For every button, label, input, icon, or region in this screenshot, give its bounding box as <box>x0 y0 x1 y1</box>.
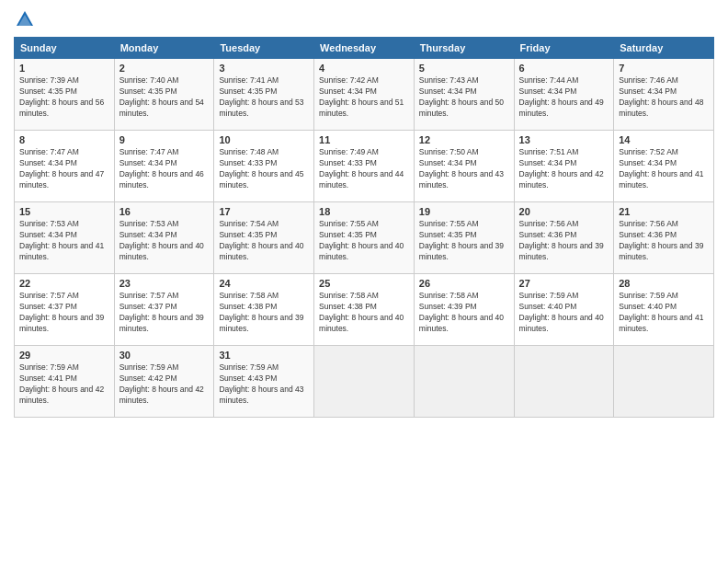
calendar-day-cell: 6 Sunrise: 7:44 AM Sunset: 4:34 PM Dayli… <box>514 59 614 131</box>
day-info: Sunrise: 7:58 AM Sunset: 4:39 PM Dayligh… <box>419 291 509 335</box>
day-number: 30 <box>119 350 210 361</box>
day-number: 18 <box>319 206 409 217</box>
day-number: 31 <box>219 350 309 361</box>
calendar-day-cell: 3 Sunrise: 7:41 AM Sunset: 4:35 PM Dayli… <box>214 59 314 131</box>
calendar-week-row: 8 Sunrise: 7:47 AM Sunset: 4:34 PM Dayli… <box>15 131 714 202</box>
calendar-week-row: 29 Sunrise: 7:59 AM Sunset: 4:41 PM Dayl… <box>15 346 714 418</box>
calendar-day-cell: 13 Sunrise: 7:51 AM Sunset: 4:34 PM Dayl… <box>514 131 614 202</box>
calendar-day-cell: 24 Sunrise: 7:58 AM Sunset: 4:38 PM Dayl… <box>214 274 314 346</box>
day-info: Sunrise: 7:39 AM Sunset: 4:35 PM Dayligh… <box>19 75 109 120</box>
day-info: Sunrise: 7:58 AM Sunset: 4:38 PM Dayligh… <box>319 291 409 335</box>
calendar-day-cell: 2 Sunrise: 7:40 AM Sunset: 4:35 PM Dayli… <box>114 59 214 131</box>
day-info: Sunrise: 7:56 AM Sunset: 4:36 PM Dayligh… <box>519 219 609 263</box>
logo-icon <box>15 9 35 29</box>
calendar-day-cell: 29 Sunrise: 7:59 AM Sunset: 4:41 PM Dayl… <box>15 346 115 418</box>
weekday-header-row: SundayMondayTuesdayWednesdayThursdayFrid… <box>15 38 714 59</box>
day-info: Sunrise: 7:54 AM Sunset: 4:35 PM Dayligh… <box>219 219 309 263</box>
day-info: Sunrise: 7:59 AM Sunset: 4:40 PM Dayligh… <box>519 291 609 335</box>
day-number: 29 <box>19 350 109 361</box>
day-number: 10 <box>219 134 309 145</box>
calendar-day-cell: 23 Sunrise: 7:57 AM Sunset: 4:37 PM Dayl… <box>114 274 214 346</box>
day-info: Sunrise: 7:59 AM Sunset: 4:42 PM Dayligh… <box>119 362 210 407</box>
day-number: 26 <box>419 278 509 289</box>
day-number: 17 <box>219 206 309 217</box>
weekday-header: Tuesday <box>214 38 314 59</box>
day-info: Sunrise: 7:55 AM Sunset: 4:35 PM Dayligh… <box>319 219 409 263</box>
calendar-day-cell <box>414 346 514 418</box>
day-info: Sunrise: 7:59 AM Sunset: 4:43 PM Dayligh… <box>219 362 309 407</box>
day-number: 28 <box>619 278 709 289</box>
calendar-day-cell: 17 Sunrise: 7:54 AM Sunset: 4:35 PM Dayl… <box>214 202 314 274</box>
page: SundayMondayTuesdayWednesdayThursdayFrid… <box>0 0 728 563</box>
calendar-day-cell: 26 Sunrise: 7:58 AM Sunset: 4:39 PM Dayl… <box>414 274 514 346</box>
day-info: Sunrise: 7:49 AM Sunset: 4:33 PM Dayligh… <box>319 147 409 191</box>
calendar-day-cell: 1 Sunrise: 7:39 AM Sunset: 4:35 PM Dayli… <box>15 59 115 131</box>
day-info: Sunrise: 7:59 AM Sunset: 4:41 PM Dayligh… <box>19 362 109 407</box>
weekday-header: Thursday <box>414 38 514 59</box>
day-number: 1 <box>19 63 109 74</box>
day-number: 15 <box>19 206 109 217</box>
day-info: Sunrise: 7:41 AM Sunset: 4:35 PM Dayligh… <box>219 75 309 120</box>
day-number: 27 <box>519 278 609 289</box>
calendar-day-cell: 28 Sunrise: 7:59 AM Sunset: 4:40 PM Dayl… <box>614 274 714 346</box>
calendar-day-cell: 25 Sunrise: 7:58 AM Sunset: 4:38 PM Dayl… <box>314 274 415 346</box>
calendar-day-cell <box>614 346 714 418</box>
weekday-header: Friday <box>514 38 614 59</box>
calendar-week-row: 1 Sunrise: 7:39 AM Sunset: 4:35 PM Dayli… <box>15 59 714 131</box>
day-info: Sunrise: 7:57 AM Sunset: 4:37 PM Dayligh… <box>19 291 109 335</box>
day-number: 7 <box>619 63 709 74</box>
day-number: 11 <box>319 134 409 145</box>
day-number: 8 <box>19 134 109 145</box>
calendar-day-cell: 15 Sunrise: 7:53 AM Sunset: 4:34 PM Dayl… <box>15 202 115 274</box>
day-info: Sunrise: 7:48 AM Sunset: 4:33 PM Dayligh… <box>219 147 309 191</box>
weekday-header: Sunday <box>15 38 115 59</box>
calendar-day-cell: 30 Sunrise: 7:59 AM Sunset: 4:42 PM Dayl… <box>114 346 214 418</box>
calendar: SundayMondayTuesdayWednesdayThursdayFrid… <box>14 37 714 418</box>
day-number: 24 <box>219 278 309 289</box>
day-info: Sunrise: 7:57 AM Sunset: 4:37 PM Dayligh… <box>119 291 210 335</box>
calendar-day-cell: 9 Sunrise: 7:47 AM Sunset: 4:34 PM Dayli… <box>114 131 214 202</box>
calendar-day-cell <box>314 346 415 418</box>
calendar-week-row: 15 Sunrise: 7:53 AM Sunset: 4:34 PM Dayl… <box>15 202 714 274</box>
calendar-day-cell: 5 Sunrise: 7:43 AM Sunset: 4:34 PM Dayli… <box>414 59 514 131</box>
day-info: Sunrise: 7:47 AM Sunset: 4:34 PM Dayligh… <box>119 147 210 191</box>
calendar-day-cell: 12 Sunrise: 7:50 AM Sunset: 4:34 PM Dayl… <box>414 131 514 202</box>
day-number: 20 <box>519 206 609 217</box>
day-info: Sunrise: 7:52 AM Sunset: 4:34 PM Dayligh… <box>619 147 709 191</box>
weekday-header: Saturday <box>614 38 714 59</box>
calendar-day-cell: 20 Sunrise: 7:56 AM Sunset: 4:36 PM Dayl… <box>514 202 614 274</box>
day-number: 21 <box>619 206 709 217</box>
calendar-day-cell: 4 Sunrise: 7:42 AM Sunset: 4:34 PM Dayli… <box>314 59 415 131</box>
calendar-day-cell: 14 Sunrise: 7:52 AM Sunset: 4:34 PM Dayl… <box>614 131 714 202</box>
calendar-day-cell: 18 Sunrise: 7:55 AM Sunset: 4:35 PM Dayl… <box>314 202 415 274</box>
day-number: 2 <box>119 63 210 74</box>
logo <box>14 9 36 29</box>
calendar-day-cell: 16 Sunrise: 7:53 AM Sunset: 4:34 PM Dayl… <box>114 202 214 274</box>
day-info: Sunrise: 7:40 AM Sunset: 4:35 PM Dayligh… <box>119 75 210 120</box>
day-info: Sunrise: 7:51 AM Sunset: 4:34 PM Dayligh… <box>519 147 609 191</box>
calendar-day-cell: 19 Sunrise: 7:55 AM Sunset: 4:35 PM Dayl… <box>414 202 514 274</box>
day-info: Sunrise: 7:55 AM Sunset: 4:35 PM Dayligh… <box>419 219 509 263</box>
calendar-day-cell: 10 Sunrise: 7:48 AM Sunset: 4:33 PM Dayl… <box>214 131 314 202</box>
day-number: 3 <box>219 63 309 74</box>
day-info: Sunrise: 7:44 AM Sunset: 4:34 PM Dayligh… <box>519 75 609 120</box>
day-number: 22 <box>19 278 109 289</box>
day-info: Sunrise: 7:50 AM Sunset: 4:34 PM Dayligh… <box>419 147 509 191</box>
day-number: 4 <box>319 63 409 74</box>
day-info: Sunrise: 7:53 AM Sunset: 4:34 PM Dayligh… <box>19 219 109 263</box>
day-number: 23 <box>119 278 210 289</box>
day-info: Sunrise: 7:56 AM Sunset: 4:36 PM Dayligh… <box>619 219 709 263</box>
day-number: 16 <box>119 206 210 217</box>
calendar-day-cell: 8 Sunrise: 7:47 AM Sunset: 4:34 PM Dayli… <box>15 131 115 202</box>
day-info: Sunrise: 7:43 AM Sunset: 4:34 PM Dayligh… <box>419 75 509 120</box>
day-number: 14 <box>619 134 709 145</box>
day-info: Sunrise: 7:53 AM Sunset: 4:34 PM Dayligh… <box>119 219 210 263</box>
day-info: Sunrise: 7:42 AM Sunset: 4:34 PM Dayligh… <box>319 75 409 120</box>
day-info: Sunrise: 7:47 AM Sunset: 4:34 PM Dayligh… <box>19 147 109 191</box>
calendar-day-cell: 7 Sunrise: 7:46 AM Sunset: 4:34 PM Dayli… <box>614 59 714 131</box>
weekday-header: Monday <box>114 38 214 59</box>
calendar-day-cell: 22 Sunrise: 7:57 AM Sunset: 4:37 PM Dayl… <box>15 274 115 346</box>
day-info: Sunrise: 7:58 AM Sunset: 4:38 PM Dayligh… <box>219 291 309 335</box>
calendar-day-cell: 11 Sunrise: 7:49 AM Sunset: 4:33 PM Dayl… <box>314 131 415 202</box>
day-number: 9 <box>119 134 210 145</box>
